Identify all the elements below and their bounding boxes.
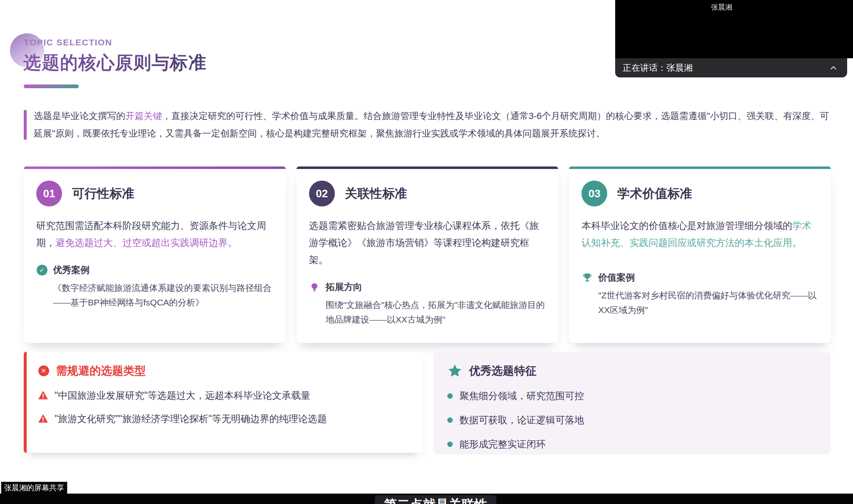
example-header: 拓展方向 (309, 281, 546, 293)
trophy-icon (581, 272, 593, 283)
good-item: 聚焦细分领域，研究范围可控 (447, 390, 817, 402)
screen-share-badge: 张晨湘的屏幕共享 (1, 482, 67, 494)
example-label: 价值案例 (598, 271, 635, 284)
example-text: "Z世代游客对乡村民宿的消费偏好与体验优化研究——以XX区域为例" (598, 288, 818, 317)
intro-text: 选题是毕业论文撰写的 (34, 111, 125, 121)
good-card-title: 优秀选题特征 (469, 363, 536, 378)
avoid-card-title: 需规避的选题类型 (56, 363, 146, 378)
good-item: 数据可获取，论证逻辑可落地 (447, 414, 817, 427)
caption-bar: 第二点就是关联性 (0, 494, 853, 504)
star-icon (447, 363, 462, 378)
card-academic-value: 03 学术价值标准 本科毕业论文的价值核心是对旅游管理细分领域的学术认知补充、实… (569, 166, 831, 343)
title-underline (24, 84, 79, 88)
intro-highlight: 开篇关键 (125, 111, 162, 121)
avoid-item: "旅游文化研究""旅游经济学理论探析"等无明确边界的纯理论选题 (38, 412, 409, 425)
good-item-text: 能形成完整实证闭环 (459, 438, 546, 451)
slide-eyebrow: TOPIC SELECTION (24, 37, 112, 47)
example-section: 拓展方向 围绕"文旅融合"核心热点，拓展为"非遗文化赋能旅游目的地品牌建设——以… (309, 281, 546, 327)
card-relevance: 02 关联性标准 选题需紧密贴合旅游管理专业核心课程体系，依托《旅游学概论》《旅… (297, 166, 559, 343)
good-card-header: 优秀选题特征 (447, 363, 817, 378)
example-section: ✓ 优秀案例 《数字经济赋能旅游流通体系建设的要素识别与路径组合——基于BP神经… (36, 264, 273, 310)
avoid-item-text: "旅游文化研究""旅游经济学理论探析"等无明确边界的纯理论选题 (55, 412, 327, 425)
card-header: 01 可行性标准 (36, 166, 273, 206)
card-body: 本科毕业论文的价值核心是对旅游管理细分领域的学术认知补充、实践问题回应或研究方法… (581, 217, 818, 251)
example-text: 《数字经济赋能旅游流通体系建设的要素识别与路径组合——基于BP神经网络与fsQC… (53, 281, 273, 310)
good-item-text: 数据可获取，论证逻辑可落地 (459, 414, 584, 427)
check-circle-icon: ✓ (36, 265, 47, 276)
card-title: 关联性标准 (345, 185, 407, 202)
example-header: 价值案例 (581, 271, 818, 284)
bullet-dot-icon (447, 442, 453, 447)
card-title: 学术价值标准 (617, 185, 692, 202)
card-body: 选题需紧密贴合旅游管理专业核心课程体系，依托《旅游学概论》《旅游市场营销》等课程… (309, 217, 546, 268)
card-body-highlight: 避免选题过大、过空或超出实践调研边界。 (55, 237, 237, 248)
caption-pill: 第二点就是关联性 (375, 495, 496, 504)
avoid-topics-card: ✕ 需规避的选题类型 "中国旅游业发展研究"等选题过大，远超本科毕业论文承载量 … (24, 352, 423, 453)
card-feasibility: 01 可行性标准 研究范围需适配本科阶段研究能力、资源条件与论文周期，避免选题过… (24, 166, 286, 343)
lightbulb-icon (309, 282, 320, 293)
example-text: 围绕"文旅融合"核心热点，拓展为"非遗文化赋能旅游目的地品牌建设——以XX古城为… (326, 298, 546, 327)
participant-name: 张晨湘 (615, 2, 828, 12)
card-header: 02 关联性标准 (309, 166, 546, 206)
number-badge: 03 (581, 181, 607, 206)
good-topics-card: 优秀选题特征 聚焦细分领域，研究范围可控 数据可获取，论证逻辑可落地 能形成完整… (433, 352, 831, 454)
intro-paragraph: 选题是毕业论文撰写的开篇关键，直接决定研究的可行性、学术价值与成果质量。结合旅游… (24, 107, 831, 142)
avoid-item-text: "中国旅游业发展研究"等选题过大，远超本科毕业论文承载量 (55, 389, 310, 402)
criteria-cards-row: 01 可行性标准 研究范围需适配本科阶段研究能力、资源条件与论文周期，避免选题过… (24, 166, 831, 343)
number-badge: 02 (309, 181, 335, 206)
card-body: 研究范围需适配本科阶段研究能力、资源条件与论文周期，避免选题过大、过空或超出实践… (36, 217, 273, 251)
warning-triangle-icon (38, 390, 48, 400)
example-label: 拓展方向 (326, 281, 362, 293)
good-item: 能形成完整实证闭环 (447, 438, 817, 451)
bullet-dot-icon (447, 393, 453, 399)
participant-video-tile[interactable]: 张晨湘 (615, 0, 853, 58)
avoid-card-header: ✕ 需规避的选题类型 (38, 363, 409, 378)
number-badge: 01 (36, 181, 62, 206)
speaking-label: 正在讲话：张晨湘 (623, 62, 827, 74)
speaking-indicator-bar[interactable]: 正在讲话：张晨湘 (615, 58, 847, 77)
example-header: ✓ 优秀案例 (36, 264, 273, 276)
caption-text: 第二点就是关联性 (375, 495, 496, 504)
example-label: 优秀案例 (53, 264, 90, 276)
card-header: 03 学术价值标准 (581, 166, 818, 206)
example-section: 价值案例 "Z世代游客对乡村民宿的消费偏好与体验优化研究——以XX区域为例" (581, 271, 818, 317)
floating-video-panel: 张晨湘 正在讲话：张晨湘 (615, 0, 853, 77)
good-item-text: 聚焦细分领域，研究范围可控 (459, 390, 584, 402)
card-body-text: 选题需紧密贴合旅游管理专业核心课程体系，依托《旅游学概论》《旅游市场营销》等课程… (309, 220, 539, 265)
x-circle-icon: ✕ (38, 365, 49, 377)
card-title: 可行性标准 (72, 185, 135, 202)
bullet-dot-icon (447, 417, 453, 423)
page-title: 选题的核心原则与标准 (23, 51, 207, 75)
avoid-item: "中国旅游业发展研究"等选题过大，远超本科毕业论文承载量 (38, 389, 409, 402)
warning-triangle-icon (38, 413, 48, 424)
chevron-up-icon[interactable] (827, 62, 840, 74)
card-body-text: 本科毕业论文的价值核心是对旅游管理细分领域的 (581, 220, 792, 231)
